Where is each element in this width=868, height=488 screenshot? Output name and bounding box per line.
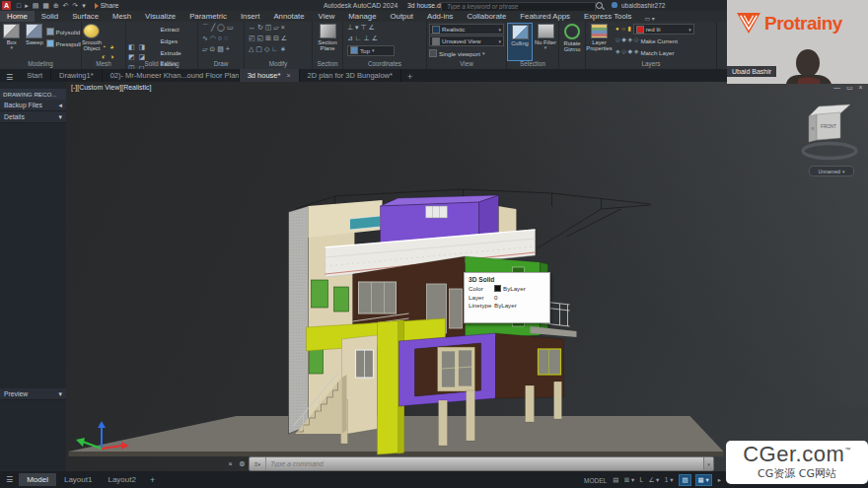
layer-toggle-icons[interactable]: ● ☼ ▮ — [615, 25, 631, 34]
sidebar-item-details[interactable]: Details ▾ — [0, 111, 66, 123]
presspull-button[interactable]: Presspull — [46, 37, 81, 49]
drawing-window-controls[interactable]: — ▭ × — [833, 84, 865, 92]
sweep-button[interactable]: Sweep — [23, 23, 45, 45]
ribbon-tab-output[interactable]: Output — [384, 11, 420, 22]
status-toggle-icons[interactable]: ▤ ⊞ ▾ L ∠ ▾ 1 ▾ — [611, 475, 675, 485]
make-current-button[interactable]: ◇ ◆ ◈ ◇ Make Current — [615, 35, 694, 46]
layout1-tab[interactable]: Layout1 — [56, 473, 100, 486]
rotate-gizmo-button[interactable]: Rotate Gizmo — [560, 23, 585, 53]
ribbon-tab-solid[interactable]: Solid — [35, 11, 65, 22]
culling-button[interactable]: Culling — [507, 23, 533, 61]
coordinates-icon-row-1[interactable]: ⊥ ▾ ⊤ ∠ — [347, 23, 375, 34]
draw-icon-row-2[interactable]: ∿ ◠ ○ ◌ — [202, 34, 228, 44]
model-tab[interactable]: Model — [19, 473, 56, 486]
status-more-icon[interactable]: ▸ — [716, 475, 723, 485]
panel-label-draw[interactable]: Draw — [198, 60, 244, 69]
osnap-toggle-icon[interactable]: ▨ — [679, 474, 690, 486]
ucs-dropdown-pill[interactable]: Unnamed ▾ — [809, 166, 854, 176]
panel-label-solid-editing[interactable]: Solid Editing — [126, 60, 197, 69]
tab-3d-house[interactable]: 3d house* × — [240, 69, 300, 82]
draw-icon-row-1[interactable]: ⌒ ╱ ◯ ▭ — [202, 23, 234, 34]
panel-label-section[interactable]: Section — [313, 60, 342, 69]
search-icon[interactable] — [596, 2, 603, 9]
named-view-dropdown[interactable]: Unsaved View ▾ — [429, 35, 504, 46]
grid-snap-toggle-icon[interactable]: ▦ ▾ — [695, 474, 712, 486]
panel-label-mesh[interactable]: Mesh — [82, 60, 125, 69]
close-icon[interactable]: × — [859, 84, 865, 91]
modify-icon-row-2[interactable]: ◰ ◱ ⊞ ⊟ ∠ — [249, 34, 287, 44]
match-layer-button[interactable]: ◈ ◇ ◆ ◈ Match Layer — [615, 46, 694, 58]
ribbon-tab-mesh[interactable]: Mesh — [106, 11, 138, 22]
layer-properties-button[interactable]: Layer Properties — [586, 23, 613, 52]
model-space-label[interactable]: MODEL — [584, 477, 607, 484]
extract-edges-button[interactable]: Extract Edges — [160, 24, 197, 47]
ribbon-tab-manage[interactable]: Manage — [341, 11, 383, 22]
ribbon-tab-express-tools[interactable]: Express Tools — [577, 11, 638, 22]
viewport-config-dropdown[interactable]: Single viewport ▾ — [429, 47, 484, 59]
smooth-object-button[interactable]: Smooth Object — [82, 23, 102, 52]
new-layout-button[interactable]: + — [144, 475, 161, 485]
polysolid-button[interactable]: Polysolid — [46, 26, 81, 37]
panel-label-view[interactable]: View — [427, 60, 506, 69]
close-tab-icon[interactable]: × — [287, 72, 291, 79]
panel-label-coordinates[interactable]: Coordinates — [343, 60, 426, 69]
layer-dropdown[interactable]: red lii ▾ — [633, 24, 694, 35]
sidebar-item-preview[interactable]: Preview ▾ — [0, 388, 66, 400]
command-input[interactable] — [266, 459, 647, 468]
ribbon-tab-collaborate[interactable]: Collaborate — [460, 11, 513, 22]
new-tab-button[interactable]: + — [401, 72, 418, 82]
minimize-icon[interactable]: — — [833, 84, 842, 91]
ribbon-tab-home[interactable]: Home — [0, 11, 35, 22]
sidebar-item-backup-files[interactable]: Backup Files ◂ — [0, 100, 66, 111]
coordinates-icon-row-2[interactable]: ⊿ ∟ ⊥ ∠ — [347, 34, 378, 44]
restore-icon[interactable]: ▭ — [846, 84, 855, 91]
autocad-logo-icon[interactable]: A — [2, 1, 11, 10]
panel-label-modify[interactable]: Modify — [245, 60, 312, 69]
visual-style-dropdown[interactable]: Realistic ▾ — [429, 24, 504, 35]
tab-drawing1[interactable]: Drawing1* — [51, 69, 103, 82]
ribbon-tab-view[interactable]: View — [312, 11, 342, 22]
panel-label-modeling[interactable]: Modeling — [0, 60, 81, 69]
panel-label-selection[interactable]: Selection — [507, 60, 558, 69]
ribbon-collapse-icon[interactable]: ▭ ▾ — [644, 15, 654, 22]
layout-menu-icon[interactable]: ☰ — [6, 475, 13, 484]
tab-muneer-khan-plan[interactable]: 02)- Mr-Muneer Khan...ound Floor Plan )* — [103, 69, 240, 82]
viewcube[interactable]: FRONT R — [797, 95, 862, 164]
signed-in-user[interactable]: ubaidbashir272 — [621, 2, 665, 9]
help-search-input[interactable] — [445, 2, 577, 11]
command-line[interactable]: ≡ ▾ ▾ — [249, 456, 714, 471]
close-command-icon[interactable]: × — [228, 460, 232, 467]
box-button[interactable]: Box ▾ — [0, 23, 23, 51]
ribbon-tab-visualize[interactable]: Visualize — [138, 11, 182, 22]
draw-icon-row-3[interactable]: ▱ ⊙ ▨ + — [202, 44, 230, 55]
ribbon-tab-parametric[interactable]: Parametric — [182, 11, 234, 22]
panel-label-layers[interactable]: Layers — [586, 60, 716, 69]
ribbon-tab-annotate[interactable]: Annotate — [266, 11, 311, 22]
command-expand-icon[interactable]: ▾ — [703, 457, 713, 470]
file-tabs-menu-icon[interactable]: ☰ — [6, 73, 13, 82]
modify-icon-row-3[interactable]: △ ▢ ◇ ∟ ∗ — [249, 44, 286, 55]
user-icon[interactable] — [612, 2, 617, 8]
quick-access-toolbar[interactable]: □ ▸ ▤ ▦ ⊕ ↶ ↷ ▾ — [17, 2, 87, 10]
panel-view: Realistic ▾ Unsaved View ▾ Single viewpo… — [427, 22, 507, 69]
layout2-tab[interactable]: Layout2 — [100, 473, 143, 486]
tab-2d-plan-bungalow[interactable]: 2D plan for 3D Bungalow* — [300, 69, 401, 82]
customize-wrench-icon[interactable]: ⚙ — [239, 460, 245, 468]
ribbon-tab-insert[interactable]: Insert — [234, 11, 267, 22]
help-search[interactable] — [441, 2, 596, 12]
modify-icon-row-1[interactable]: ↔ ↻ ◫ ▱ × — [249, 23, 285, 34]
viewport-controls-label[interactable]: [-][Custom View][Realistic] — [71, 84, 152, 91]
window-title: Autodesk AutoCAD 2024 3d house.dwg — [324, 2, 449, 9]
drawing-recovery-header[interactable]: DRAWING RECO... — [0, 89, 66, 100]
share-button[interactable]: Share — [95, 2, 119, 9]
section-plane-button[interactable]: Section Plane — [314, 23, 341, 52]
ribbon-tab-addins[interactable]: Add-ins — [420, 11, 460, 22]
chevron-down-icon: ▾ — [688, 27, 691, 33]
ribbon-tab-featured-apps[interactable]: Featured Apps — [513, 11, 577, 22]
ucs-top-dropdown[interactable]: Top ▾ — [347, 45, 395, 56]
tab-start[interactable]: Start — [19, 69, 51, 82]
recent-commands-icon[interactable]: ≡ ▾ — [250, 457, 266, 470]
ribbon-tab-surface[interactable]: Surface — [65, 11, 106, 22]
no-filter-button[interactable]: No Filter ▾ — [533, 23, 558, 51]
viewcube-compass-ring[interactable] — [803, 144, 856, 159]
